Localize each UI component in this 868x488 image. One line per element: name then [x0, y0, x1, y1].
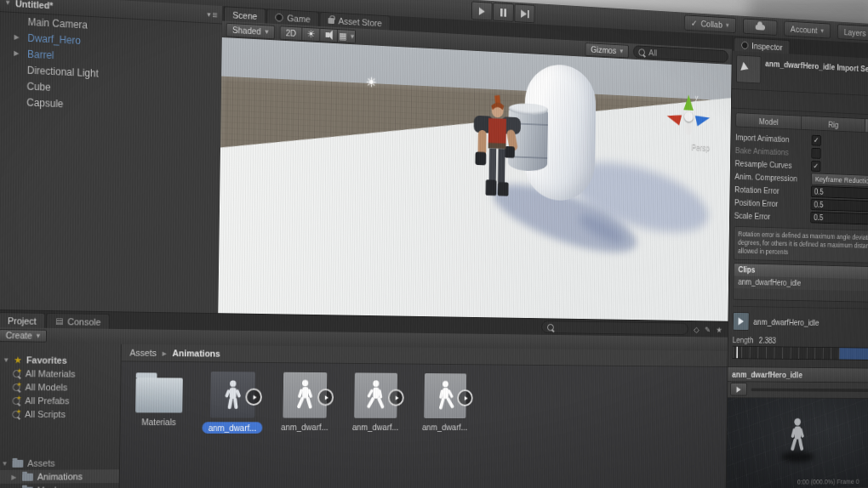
- search-by-type-icon[interactable]: ◇: [694, 325, 699, 333]
- fold-closed-icon[interactable]: ▶: [14, 33, 19, 41]
- import-animation-checkbox[interactable]: ✓: [812, 134, 821, 145]
- scene-viewport[interactable]: ☀ x z y Persp: [218, 37, 731, 321]
- account-label: Account: [791, 24, 818, 35]
- fold-open-icon[interactable]: ▼: [2, 459, 9, 467]
- file-anm-dwarf-4[interactable]: anm_dwarf...: [420, 373, 471, 434]
- file-materials-folder[interactable]: Materials: [132, 371, 186, 434]
- effects-dropdown[interactable]: ▦ ▾: [338, 29, 356, 43]
- file-anm-dwarf-3[interactable]: anm_dwarf...: [350, 372, 401, 433]
- help-text: Rotation error is defined as maximum ang…: [734, 226, 868, 264]
- asset-thumbnail: [736, 54, 761, 83]
- tree-animations[interactable]: ▶ Animations: [0, 469, 119, 484]
- play-badge-icon[interactable]: [388, 389, 404, 406]
- step-icon: [521, 9, 527, 18]
- account-dropdown[interactable]: Account ▾: [784, 20, 831, 38]
- clip-timeline[interactable]: [732, 345, 868, 360]
- play-icon: [736, 386, 740, 392]
- pause-button[interactable]: [493, 3, 514, 22]
- camera-projection-label[interactable]: Persp: [691, 143, 709, 152]
- favorite-search-icon[interactable]: ★: [716, 326, 722, 334]
- inspector-tab-icon: [741, 41, 748, 48]
- collab-button[interactable]: ✓ Collab ▾: [684, 14, 736, 33]
- clip-foldout[interactable]: anm_dwarfHero_idle: [733, 305, 868, 333]
- directional-light-gizmo-icon[interactable]: ☀: [366, 74, 377, 90]
- animation-thumbnail: [354, 372, 397, 417]
- tree-meshes[interactable]: ▶ Meshes: [0, 483, 119, 488]
- create-label: Create: [6, 330, 32, 340]
- scale-error-input[interactable]: [810, 212, 868, 227]
- draw-mode-dropdown[interactable]: Shaded ▾: [226, 22, 275, 39]
- breadcrumb-current[interactable]: Animations: [172, 348, 220, 358]
- preview-scrubber[interactable]: [751, 388, 868, 392]
- tree-all-prefabs[interactable]: ★ All Prefabs: [0, 394, 120, 407]
- gizmos-dropdown[interactable]: Gizmos ▾: [585, 43, 629, 58]
- preview-character: [785, 415, 809, 455]
- file-anm-dwarf-2[interactable]: anm_dwarf...: [279, 372, 331, 434]
- timeline-selection-band[interactable]: [840, 348, 868, 360]
- tree-all-models[interactable]: ★ All Models: [0, 380, 120, 394]
- lighting-toggle[interactable]: ☀: [302, 26, 320, 41]
- fold-open-icon[interactable]: ▼: [3, 356, 9, 364]
- character-silhouette: [434, 379, 457, 413]
- tab-rig[interactable]: Rig: [802, 116, 865, 133]
- tree-favorites[interactable]: ▼ ★ Favorites: [0, 353, 121, 367]
- project-search-input[interactable]: [541, 321, 688, 335]
- orientation-gizmo[interactable]: x z y: [664, 92, 713, 142]
- chevron-down-icon[interactable]: ▾: [207, 9, 210, 18]
- audio-toggle[interactable]: [320, 27, 338, 42]
- chevron-down-icon: ▾: [351, 32, 354, 41]
- axis-y-cone[interactable]: [683, 94, 694, 111]
- character-silhouette: [364, 378, 387, 412]
- fold-closed-icon[interactable]: ▶: [11, 473, 18, 480]
- preview-viewport[interactable]: 0:00 (000.0%) Frame 0: [726, 398, 868, 488]
- asset-store-bag-icon: [328, 18, 334, 24]
- resample-curves-checkbox[interactable]: ✓: [811, 161, 820, 172]
- file-anm-dwarf-1[interactable]: anm_dwarf...: [206, 372, 259, 434]
- fold-closed-icon[interactable]: ▶: [14, 49, 19, 57]
- fold-open-icon[interactable]: ▼: [4, 0, 11, 7]
- play-badge-icon[interactable]: [317, 389, 334, 406]
- bake-animations-checkbox[interactable]: [811, 147, 820, 158]
- tab-game[interactable]: Game: [266, 9, 319, 26]
- timeline-playhead[interactable]: [736, 346, 738, 358]
- console-tab-label: Console: [67, 316, 100, 326]
- axis-x-cone[interactable]: [665, 111, 682, 125]
- tree-assets[interactable]: ▼ Assets: [0, 456, 119, 469]
- axis-z-cone[interactable]: [695, 112, 711, 126]
- console-icon: ▤: [55, 316, 63, 326]
- play-badge-icon[interactable]: [245, 389, 262, 406]
- scene-panel: Scene Game Asset Store Shaded ▾ 2D ☀: [218, 6, 732, 321]
- play-button[interactable]: [471, 1, 493, 20]
- animation-thumbnail: [424, 373, 466, 418]
- create-dropdown[interactable]: Create ▾: [0, 329, 47, 343]
- tree-all-materials[interactable]: ★ All Materials: [0, 366, 121, 381]
- tab-project[interactable]: Project: [0, 312, 46, 328]
- preview-play-button[interactable]: [730, 383, 747, 395]
- dwarf-character[interactable]: [465, 88, 529, 212]
- 2d-toggle[interactable]: 2D: [279, 26, 302, 41]
- scene-search-value: All: [648, 48, 657, 58]
- gizmo-center[interactable]: [684, 111, 694, 122]
- panel-menu-icon[interactable]: ≡: [212, 9, 217, 20]
- preview-title: anm_dwarfHero_idle: [732, 369, 802, 378]
- step-button[interactable]: [514, 3, 534, 23]
- breadcrumb-root[interactable]: Assets: [129, 348, 157, 358]
- tree-all-scripts[interactable]: ★ All Scripts: [0, 407, 120, 421]
- clip-row-name: anm_dwarfHero_idle: [738, 278, 801, 287]
- project-tree: ▼ ★ Favorites ★ All Materials ★ All Mode…: [0, 343, 122, 488]
- favorites-label: Favorites: [26, 355, 67, 365]
- project-file-grid: Assets ▸ Animations Materials: [119, 344, 728, 488]
- gizmos-label: Gizmos: [591, 44, 616, 55]
- search-icon: [638, 48, 645, 56]
- search-by-label-icon[interactable]: ✎: [705, 325, 711, 333]
- play-badge-icon[interactable]: [457, 389, 473, 406]
- layers-dropdown[interactable]: Layers ▾: [837, 24, 868, 42]
- cloud-services-button[interactable]: [743, 19, 777, 36]
- chevron-down-icon: ▾: [265, 27, 268, 36]
- tab-console[interactable]: ▤ Console: [46, 313, 110, 329]
- tab-model[interactable]: Model: [735, 112, 802, 130]
- animation-thumbnail: [283, 372, 327, 418]
- axis-toward-camera[interactable]: [685, 122, 692, 135]
- preview-header[interactable]: anm_dwarfHero_idle: [728, 366, 868, 383]
- tab-scene[interactable]: Scene: [224, 6, 266, 23]
